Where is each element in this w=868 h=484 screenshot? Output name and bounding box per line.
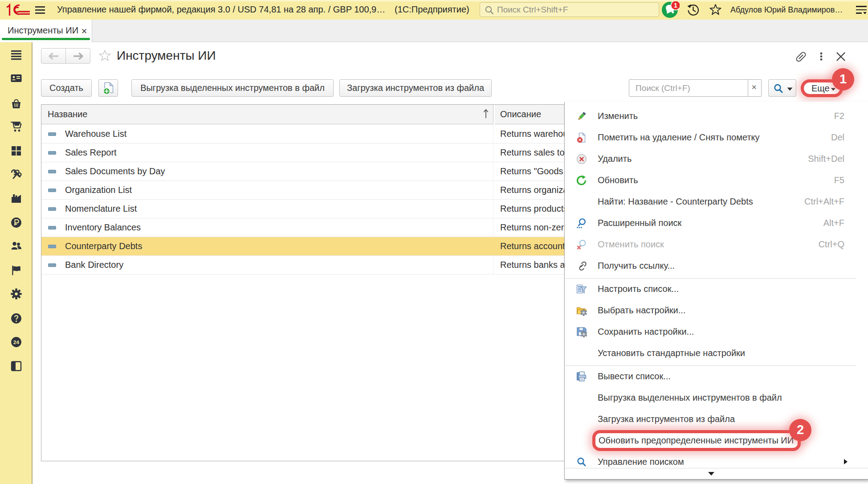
svg-text:1: 1	[674, 1, 677, 9]
svg-text:24: 24	[13, 340, 19, 345]
